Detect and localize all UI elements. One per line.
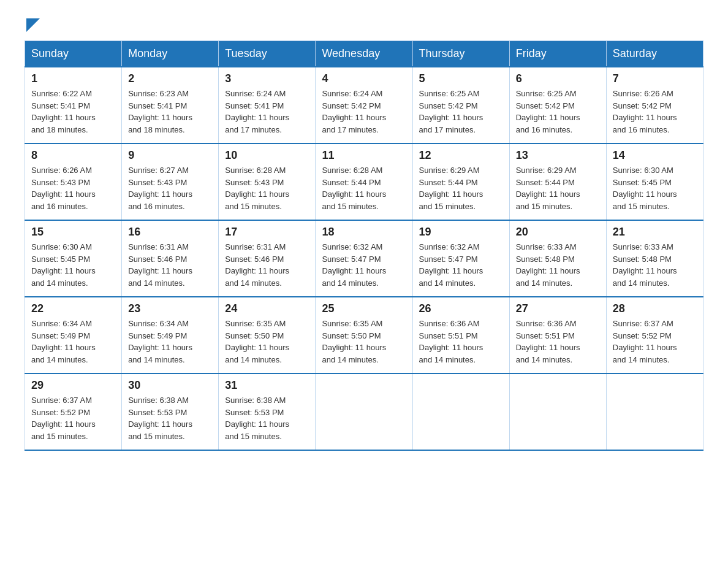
day-info: Sunrise: 6:35 AMSunset: 5:50 PMDaylight:… <box>322 318 406 366</box>
day-number: 5 <box>419 72 503 85</box>
calendar-cell: 20 Sunrise: 6:33 AMSunset: 5:48 PMDaylig… <box>509 220 606 297</box>
calendar-cell: 10 Sunrise: 6:28 AMSunset: 5:43 PMDaylig… <box>219 144 316 220</box>
calendar-cell: 7 Sunrise: 6:26 AMSunset: 5:42 PMDayligh… <box>606 67 703 144</box>
day-info: Sunrise: 6:33 AMSunset: 5:48 PMDaylight:… <box>516 241 600 289</box>
svg-marker-0 <box>26 18 40 32</box>
calendar-cell: 27 Sunrise: 6:36 AMSunset: 5:51 PMDaylig… <box>509 297 606 373</box>
day-info: Sunrise: 6:29 AMSunset: 5:44 PMDaylight:… <box>516 164 600 212</box>
day-number: 12 <box>419 149 503 162</box>
page-header <box>25 18 703 34</box>
day-info: Sunrise: 6:30 AMSunset: 5:45 PMDaylight:… <box>613 164 697 212</box>
day-info: Sunrise: 6:31 AMSunset: 5:46 PMDaylight:… <box>128 241 212 289</box>
calendar-cell: 25 Sunrise: 6:35 AMSunset: 5:50 PMDaylig… <box>316 297 412 373</box>
day-number: 20 <box>516 226 600 239</box>
calendar-cell: 3 Sunrise: 6:24 AMSunset: 5:41 PMDayligh… <box>219 67 316 144</box>
weekday-header-saturday: Saturday <box>606 41 703 67</box>
weekday-header-wednesday: Wednesday <box>316 41 412 67</box>
day-info: Sunrise: 6:26 AMSunset: 5:42 PMDaylight:… <box>613 88 697 136</box>
week-row-4: 22 Sunrise: 6:34 AMSunset: 5:49 PMDaylig… <box>25 297 703 373</box>
day-info: Sunrise: 6:34 AMSunset: 5:49 PMDaylight:… <box>31 318 115 366</box>
day-number: 30 <box>128 379 212 392</box>
day-number: 22 <box>31 302 115 315</box>
day-info: Sunrise: 6:35 AMSunset: 5:50 PMDaylight:… <box>225 318 309 366</box>
day-number: 19 <box>419 226 503 239</box>
day-info: Sunrise: 6:28 AMSunset: 5:44 PMDaylight:… <box>322 164 406 212</box>
day-number: 31 <box>225 379 309 392</box>
day-info: Sunrise: 6:34 AMSunset: 5:49 PMDaylight:… <box>128 318 212 366</box>
calendar-cell: 14 Sunrise: 6:30 AMSunset: 5:45 PMDaylig… <box>606 144 703 220</box>
calendar-cell: 17 Sunrise: 6:31 AMSunset: 5:46 PMDaylig… <box>219 220 316 297</box>
calendar-cell: 30 Sunrise: 6:38 AMSunset: 5:53 PMDaylig… <box>122 373 219 450</box>
day-number: 11 <box>322 149 406 162</box>
calendar-cell: 24 Sunrise: 6:35 AMSunset: 5:50 PMDaylig… <box>219 297 316 373</box>
day-info: Sunrise: 6:25 AMSunset: 5:42 PMDaylight:… <box>516 88 600 136</box>
calendar-cell: 12 Sunrise: 6:29 AMSunset: 5:44 PMDaylig… <box>412 144 509 220</box>
weekday-header-sunday: Sunday <box>25 41 122 67</box>
calendar-cell: 11 Sunrise: 6:28 AMSunset: 5:44 PMDaylig… <box>316 144 412 220</box>
day-info: Sunrise: 6:32 AMSunset: 5:47 PMDaylight:… <box>322 241 406 289</box>
day-number: 1 <box>31 72 115 85</box>
day-info: Sunrise: 6:32 AMSunset: 5:47 PMDaylight:… <box>419 241 503 289</box>
day-number: 13 <box>516 149 600 162</box>
logo-triangle-icon <box>26 18 40 32</box>
week-row-1: 1 Sunrise: 6:22 AMSunset: 5:41 PMDayligh… <box>25 67 703 144</box>
calendar-cell: 5 Sunrise: 6:25 AMSunset: 5:42 PMDayligh… <box>412 67 509 144</box>
day-info: Sunrise: 6:31 AMSunset: 5:46 PMDaylight:… <box>225 241 309 289</box>
calendar-cell <box>606 373 703 450</box>
day-info: Sunrise: 6:36 AMSunset: 5:51 PMDaylight:… <box>516 318 600 366</box>
day-number: 25 <box>322 302 406 315</box>
calendar-cell <box>316 373 412 450</box>
calendar-cell: 2 Sunrise: 6:23 AMSunset: 5:41 PMDayligh… <box>122 67 219 144</box>
calendar-cell: 31 Sunrise: 6:38 AMSunset: 5:53 PMDaylig… <box>219 373 316 450</box>
day-number: 24 <box>225 302 309 315</box>
day-number: 7 <box>613 72 697 85</box>
day-number: 18 <box>322 226 406 239</box>
day-info: Sunrise: 6:25 AMSunset: 5:42 PMDaylight:… <box>419 88 503 136</box>
calendar-cell: 29 Sunrise: 6:37 AMSunset: 5:52 PMDaylig… <box>25 373 122 450</box>
day-info: Sunrise: 6:22 AMSunset: 5:41 PMDaylight:… <box>31 88 115 136</box>
day-number: 15 <box>31 226 115 239</box>
weekday-header-row: SundayMondayTuesdayWednesdayThursdayFrid… <box>25 41 703 67</box>
weekday-header-tuesday: Tuesday <box>219 41 316 67</box>
day-info: Sunrise: 6:29 AMSunset: 5:44 PMDaylight:… <box>419 164 503 212</box>
day-number: 27 <box>516 302 600 315</box>
calendar-cell: 16 Sunrise: 6:31 AMSunset: 5:46 PMDaylig… <box>122 220 219 297</box>
day-number: 23 <box>128 302 212 315</box>
calendar-cell <box>509 373 606 450</box>
day-info: Sunrise: 6:38 AMSunset: 5:53 PMDaylight:… <box>225 394 309 442</box>
calendar-cell <box>412 373 509 450</box>
day-number: 21 <box>613 226 697 239</box>
calendar-cell: 6 Sunrise: 6:25 AMSunset: 5:42 PMDayligh… <box>509 67 606 144</box>
day-number: 26 <box>419 302 503 315</box>
calendar-cell: 13 Sunrise: 6:29 AMSunset: 5:44 PMDaylig… <box>509 144 606 220</box>
week-row-2: 8 Sunrise: 6:26 AMSunset: 5:43 PMDayligh… <box>25 144 703 220</box>
logo <box>25 18 40 34</box>
day-info: Sunrise: 6:30 AMSunset: 5:45 PMDaylight:… <box>31 241 115 289</box>
day-number: 16 <box>128 226 212 239</box>
day-number: 2 <box>128 72 212 85</box>
day-number: 4 <box>322 72 406 85</box>
calendar-cell: 8 Sunrise: 6:26 AMSunset: 5:43 PMDayligh… <box>25 144 122 220</box>
day-info: Sunrise: 6:38 AMSunset: 5:53 PMDaylight:… <box>128 394 212 442</box>
calendar-cell: 15 Sunrise: 6:30 AMSunset: 5:45 PMDaylig… <box>25 220 122 297</box>
calendar-cell: 23 Sunrise: 6:34 AMSunset: 5:49 PMDaylig… <box>122 297 219 373</box>
day-info: Sunrise: 6:33 AMSunset: 5:48 PMDaylight:… <box>613 241 697 289</box>
calendar-cell: 9 Sunrise: 6:27 AMSunset: 5:43 PMDayligh… <box>122 144 219 220</box>
weekday-header-friday: Friday <box>509 41 606 67</box>
day-info: Sunrise: 6:27 AMSunset: 5:43 PMDaylight:… <box>128 164 212 212</box>
day-info: Sunrise: 6:37 AMSunset: 5:52 PMDaylight:… <box>613 318 697 366</box>
day-info: Sunrise: 6:26 AMSunset: 5:43 PMDaylight:… <box>31 164 115 212</box>
day-info: Sunrise: 6:23 AMSunset: 5:41 PMDaylight:… <box>128 88 212 136</box>
day-info: Sunrise: 6:36 AMSunset: 5:51 PMDaylight:… <box>419 318 503 366</box>
day-info: Sunrise: 6:28 AMSunset: 5:43 PMDaylight:… <box>225 164 309 212</box>
day-info: Sunrise: 6:37 AMSunset: 5:52 PMDaylight:… <box>31 394 115 442</box>
calendar-cell: 1 Sunrise: 6:22 AMSunset: 5:41 PMDayligh… <box>25 67 122 144</box>
calendar-cell: 28 Sunrise: 6:37 AMSunset: 5:52 PMDaylig… <box>606 297 703 373</box>
day-number: 14 <box>613 149 697 162</box>
week-row-3: 15 Sunrise: 6:30 AMSunset: 5:45 PMDaylig… <box>25 220 703 297</box>
calendar-cell: 22 Sunrise: 6:34 AMSunset: 5:49 PMDaylig… <box>25 297 122 373</box>
weekday-header-monday: Monday <box>122 41 219 67</box>
calendar-cell: 19 Sunrise: 6:32 AMSunset: 5:47 PMDaylig… <box>412 220 509 297</box>
week-row-5: 29 Sunrise: 6:37 AMSunset: 5:52 PMDaylig… <box>25 373 703 450</box>
day-number: 10 <box>225 149 309 162</box>
